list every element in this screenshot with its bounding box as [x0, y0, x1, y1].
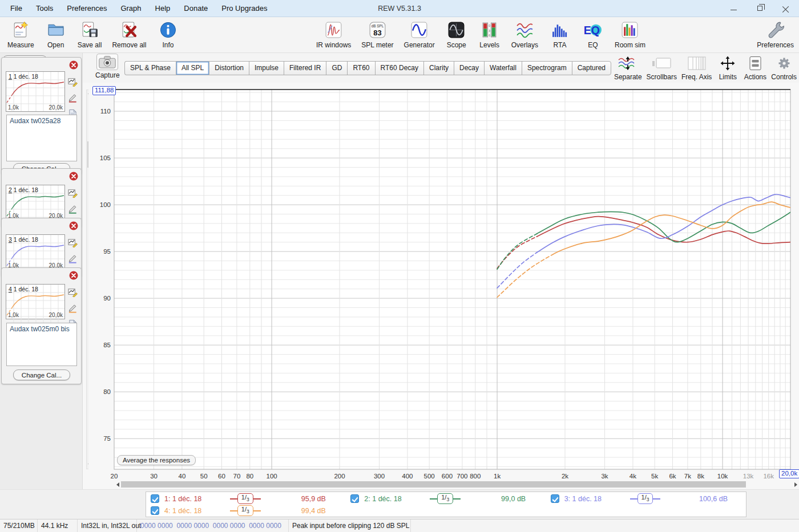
scrollbars-button[interactable]: Scrollbars	[647, 55, 677, 81]
tab-gd[interactable]: GD	[326, 61, 347, 75]
svg-text:600: 600	[442, 473, 453, 480]
separate-button[interactable]: Separate	[614, 55, 642, 81]
tab-all-spl[interactable]: All SPL	[176, 61, 209, 75]
measurement-panel-1[interactable]: 1 1 déc. 181,0k20,0kAudax tw025a28Change…	[1, 57, 82, 174]
delete-measurement-icon[interactable]	[69, 221, 78, 230]
scope-button[interactable]: Scope	[443, 19, 470, 50]
edit-graph-icon[interactable]	[68, 238, 78, 248]
measurement-thumbnail[interactable]: 1 1 déc. 181,0k20,0k	[6, 71, 65, 112]
trace-average-level: 100,6 dB	[689, 495, 738, 503]
menu-donate[interactable]: Donate	[178, 2, 213, 15]
svg-text:20: 20	[111, 473, 118, 480]
levels-button[interactable]: 036Levels	[477, 19, 503, 50]
trace-color-pen-icon[interactable]	[68, 204, 78, 214]
legend-trace-label: 3: 1 déc. 18	[564, 495, 602, 503]
capture-button[interactable]: Capture	[95, 54, 120, 79]
trace-visible-checkbox[interactable]	[551, 494, 559, 503]
tab-decay[interactable]: Decay	[454, 61, 484, 75]
controls-icon	[773, 55, 796, 73]
rta-button[interactable]: RTA	[547, 19, 573, 50]
scroll-right-icon[interactable]	[794, 482, 797, 487]
menu-pro-upgrades[interactable]: Pro Upgrades	[216, 2, 273, 15]
actions-icon	[744, 55, 766, 73]
y-cursor-readout: 111,88	[92, 86, 116, 95]
edit-graph-icon[interactable]	[68, 287, 78, 298]
hscroll-thumb[interactable]	[121, 481, 746, 488]
change-cal-button[interactable]: Change Cal...	[13, 369, 70, 380]
trace-visible-checkbox[interactable]	[151, 506, 159, 515]
svg-text:83: 83	[373, 28, 381, 36]
overlays-button[interactable]: Overlays	[510, 19, 540, 50]
measurement-thumbnail[interactable]: 2 1 déc. 181,0k20,0k	[6, 185, 65, 220]
graph-horizontal-scrollbar[interactable]	[116, 481, 797, 488]
tab-distortion[interactable]: Distortion	[209, 61, 249, 75]
average-responses-button[interactable]: Average the responses	[117, 455, 196, 465]
removeall-button[interactable]: Remove all	[110, 19, 148, 50]
info-button[interactable]: Info	[155, 19, 181, 50]
measurement-notes[interactable]: Audax tw025a28	[6, 115, 77, 161]
legend-entry-1: 1: 1 déc. 181/395,9 dB	[146, 493, 346, 505]
delete-measurement-icon[interactable]	[69, 271, 78, 280]
irwindows-button[interactable]: IR windows	[314, 19, 353, 50]
menu-tools[interactable]: Tools	[30, 2, 59, 15]
svg-text:75: 75	[103, 435, 111, 442]
restore-button[interactable]	[746, 0, 773, 17]
svg-text:60: 60	[218, 473, 225, 480]
delete-measurement-icon[interactable]	[69, 60, 78, 70]
open-button[interactable]: Open	[43, 19, 69, 50]
limits-button[interactable]: Limits	[716, 55, 739, 81]
menu-preferences[interactable]: Preferences	[61, 2, 112, 15]
menu-graph[interactable]: Graph	[115, 2, 147, 15]
tab-filtered-ir[interactable]: Filtered IR	[284, 61, 326, 75]
splmeter-button[interactable]: dB SPL83SPL meter	[360, 19, 395, 50]
smoothing-badge[interactable]: 1/3	[230, 493, 261, 504]
legend-entry-4: 4: 1 déc. 181/399,4 dB	[146, 505, 346, 517]
tab-spl-phase[interactable]: SPL & Phase	[124, 61, 176, 75]
menu-help[interactable]: Help	[150, 2, 176, 15]
preferences-button[interactable]: Preferences	[755, 19, 796, 50]
measure-button[interactable]: Measure	[6, 19, 36, 50]
legend-trace-label: 4: 1 déc. 18	[164, 507, 201, 515]
scrollbars-label: Scrollbars	[647, 73, 677, 81]
actions-button[interactable]: Actions	[744, 55, 766, 81]
edit-graph-icon[interactable]	[68, 77, 78, 87]
status-bar: 75/210MB44.1 kHzInt32L in, Int32L out000…	[0, 519, 799, 532]
trace-color-pen-icon[interactable]	[68, 254, 78, 264]
edit-graph-icon[interactable]	[68, 188, 78, 198]
trace-color-pen-icon[interactable]	[68, 303, 78, 314]
measurement-title: 2 1 déc. 18	[9, 186, 38, 193]
tab-waterfall[interactable]: Waterfall	[484, 61, 522, 75]
measurement-thumbnail[interactable]: 3 1 déc. 181,0k20,0k	[6, 234, 65, 270]
eq-button[interactable]: EQEQ	[580, 19, 606, 50]
trace-visible-checkbox[interactable]	[151, 494, 159, 503]
smoothing-badge[interactable]: 1/3	[230, 505, 261, 516]
svg-text:50: 50	[200, 473, 208, 480]
legend-trace-label: 1: 1 déc. 18	[164, 495, 201, 503]
menu-file[interactable]: File	[5, 2, 28, 15]
trace-visible-checkbox[interactable]	[350, 494, 359, 503]
saveall-button[interactable]: Save all	[76, 19, 104, 50]
smoothing-badge[interactable]: 1/3	[630, 493, 661, 504]
measurement-notes[interactable]: Audax tw025m0 bis	[6, 323, 77, 366]
trace-color-pen-icon[interactable]	[68, 93, 78, 103]
svg-text:13k: 13k	[743, 473, 754, 480]
tab-spectrogram[interactable]: Spectrogram	[522, 61, 572, 75]
roomsim-button[interactable]: Room sim	[613, 19, 647, 50]
tab-rt60[interactable]: RT60	[347, 61, 374, 75]
freqaxis-button[interactable]: Freq. Axis	[681, 55, 712, 81]
tab-rt60-decay[interactable]: RT60 Decay	[375, 61, 423, 75]
measurement-panel-4[interactable]: 4 1 déc. 181,0k20,0kAudax tw025m0 bisCha…	[1, 267, 82, 384]
generator-button[interactable]: Generator	[402, 19, 437, 50]
tab-clarity[interactable]: Clarity	[423, 61, 454, 75]
tab-impulse[interactable]: Impulse	[249, 61, 284, 75]
measurement-thumbnail[interactable]: 4 1 déc. 181,0k20,0k	[6, 284, 65, 319]
close-button[interactable]	[773, 0, 799, 17]
scroll-left-icon[interactable]	[116, 482, 119, 487]
tab-captured[interactable]: Captured	[572, 61, 611, 75]
svg-text:EQ: EQ	[584, 24, 600, 36]
smoothing-badge[interactable]: 1/3	[430, 493, 461, 504]
controls-button[interactable]: Controls	[771, 55, 797, 81]
open-icon	[46, 19, 66, 40]
minimize-button[interactable]	[720, 0, 746, 17]
delete-measurement-icon[interactable]	[69, 172, 78, 181]
